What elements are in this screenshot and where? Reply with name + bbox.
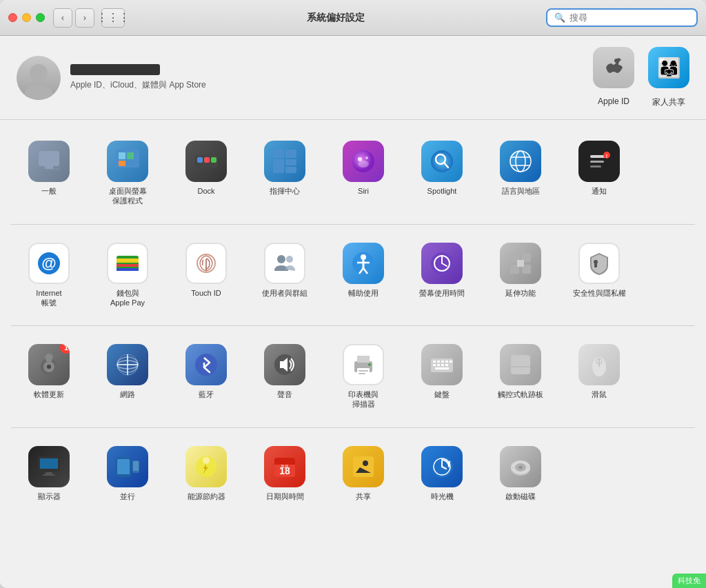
svg-rect-1 [39, 151, 59, 166]
pref-item-general[interactable]: 一般 [11, 134, 87, 213]
spotlight-icon [421, 141, 463, 182]
search-input[interactable] [569, 12, 689, 23]
trackpad-icon [500, 344, 541, 385]
forward-button[interactable]: › [75, 8, 94, 28]
pref-item-network[interactable]: 網路 [90, 337, 165, 416]
timemachine-label: 時光機 [431, 491, 454, 501]
pref-item-display[interactable]: 顯示器 [11, 439, 87, 508]
svg-rect-76 [357, 368, 370, 376]
mission-label: 指揮中心 [270, 186, 300, 196]
pref-item-sidecar[interactable]: 並行 [90, 439, 165, 508]
notification-label: 通知 [592, 186, 607, 196]
svg-rect-61 [594, 263, 597, 267]
svg-rect-59 [517, 260, 524, 267]
pref-item-trackpad[interactable]: 觸控式軌跡板 [483, 337, 558, 416]
pref-item-printer[interactable]: 印表機與 掃描器 [325, 337, 401, 416]
screentime-icon [421, 243, 463, 284]
general-icon [28, 141, 70, 182]
pref-item-touchid[interactable]: Touch ID [168, 236, 244, 315]
svg-text:!: ! [606, 154, 607, 159]
divider-1 [11, 224, 695, 225]
divider-3 [11, 427, 695, 428]
svg-rect-5 [119, 152, 125, 159]
svg-rect-86 [433, 364, 436, 366]
pref-item-keyboard[interactable]: 鍵盤 [404, 337, 480, 416]
printer-icon [343, 344, 384, 385]
display-label: 顯示器 [38, 491, 61, 501]
svg-rect-15 [285, 159, 296, 165]
dock-icon [185, 141, 227, 182]
network-icon [107, 344, 148, 385]
svg-rect-90 [435, 367, 449, 369]
internet-icon: @ [28, 243, 70, 284]
apple-id-item[interactable]: Apple ID [593, 47, 634, 108]
minimize-button[interactable] [22, 13, 31, 22]
spotlight-label: Spotlight [427, 186, 457, 196]
divider-2 [11, 325, 695, 326]
profile-section: Apple ID、iCloud、媒體與 App Store Apple ID 👨… [0, 36, 706, 120]
pref-item-bluetooth[interactable]: 藍牙 [168, 337, 244, 416]
profile-right-actions: Apple ID 👨‍👩‍👧 家人共享 [593, 47, 689, 108]
svg-rect-84 [445, 361, 448, 363]
svg-rect-111 [353, 456, 374, 477]
display-icon [28, 446, 70, 487]
grid-view-button[interactable]: ⋮⋮⋮ [101, 8, 125, 28]
svg-rect-82 [437, 361, 440, 363]
pref-item-wallet[interactable]: 錢包與 Apple Pay [90, 236, 165, 315]
svg-point-64 [47, 365, 51, 369]
pref-item-security2[interactable]: 安全性與隱私權 [561, 236, 637, 315]
pref-item-sound[interactable]: 聲音 [247, 337, 323, 416]
pref-item-mouse[interactable]: 滑鼠 [561, 337, 637, 416]
pref-item-notification[interactable]: !通知 [561, 134, 637, 213]
svg-point-43 [277, 255, 285, 263]
svg-text:JUL: JUL [280, 463, 290, 469]
pref-item-software[interactable]: 1軟體更新 [11, 337, 87, 416]
preferences-grid: 一般桌面與螢幕 保護程式Dock指揮中心SiriSpotlight語言與地區!通… [0, 120, 706, 588]
svg-rect-9 [197, 157, 203, 163]
keyboard-label: 鍵盤 [434, 389, 450, 399]
pref-item-desktop[interactable]: 桌面與螢幕 保護程式 [90, 134, 165, 213]
svg-text:@: @ [41, 254, 56, 272]
pref-item-users[interactable]: 使用者與群組 [247, 236, 323, 315]
pref-item-internet[interactable]: @Internet 帳號 [11, 236, 87, 315]
siri-icon [343, 141, 384, 182]
siri-label: Siri [358, 186, 369, 196]
svg-rect-3 [45, 166, 53, 169]
pref-item-timemachine[interactable]: 時光機 [404, 439, 480, 508]
section-hardware: 1軟體更新網路藍牙聲音印表機與 掃描器鍵盤觸控式軌跡板滑鼠 [11, 337, 695, 416]
pref-item-language[interactable]: 語言與地區 [483, 134, 558, 213]
close-button[interactable] [8, 13, 17, 22]
sharing-label: 共享 [356, 491, 371, 501]
extensions-label: 延伸功能 [505, 288, 536, 298]
family-sharing-item[interactable]: 👨‍👩‍👧 家人共享 [648, 47, 689, 108]
fullscreen-button[interactable] [36, 13, 45, 22]
pref-item-dock[interactable]: Dock [168, 134, 244, 213]
svg-rect-78 [359, 373, 365, 374]
svg-point-20 [365, 156, 368, 159]
pref-item-date[interactable]: 18JUL日期與時間 [247, 439, 323, 508]
software-icon: 1 [28, 344, 70, 385]
pref-item-accessibility[interactable]: 輔助使用 [325, 236, 401, 315]
mouse-icon [578, 344, 620, 385]
pref-item-energy[interactable]: 能源節約器 [168, 439, 244, 508]
svg-rect-88 [441, 364, 444, 366]
branding-label: 科技免 [672, 574, 706, 588]
pref-item-spotlight[interactable]: Spotlight [404, 134, 480, 213]
search-bar[interactable]: 🔍 [546, 8, 698, 27]
svg-point-19 [358, 157, 362, 161]
wallet-label: 錢包與 Apple Pay [110, 288, 145, 308]
pref-item-extensions[interactable]: 延伸功能 [483, 236, 558, 315]
pref-item-sharing[interactable]: 共享 [325, 439, 401, 508]
pref-item-mission[interactable]: 指揮中心 [247, 134, 323, 213]
startup-icon [500, 446, 541, 487]
svg-point-0 [614, 59, 618, 63]
avatar [17, 56, 61, 100]
pref-item-screentime[interactable]: 螢幕使用時間 [404, 236, 480, 315]
desktop-icon [107, 141, 148, 182]
security2-icon [578, 243, 620, 284]
pref-item-startup[interactable]: 啟動磁碟 [483, 439, 558, 508]
svg-rect-87 [437, 364, 440, 366]
pref-item-siri[interactable]: Siri [325, 134, 401, 213]
section-more: 顯示器並行能源節約器18JUL日期與時間共享時光機啟動磁碟 [11, 439, 695, 508]
back-button[interactable]: ‹ [53, 8, 72, 28]
